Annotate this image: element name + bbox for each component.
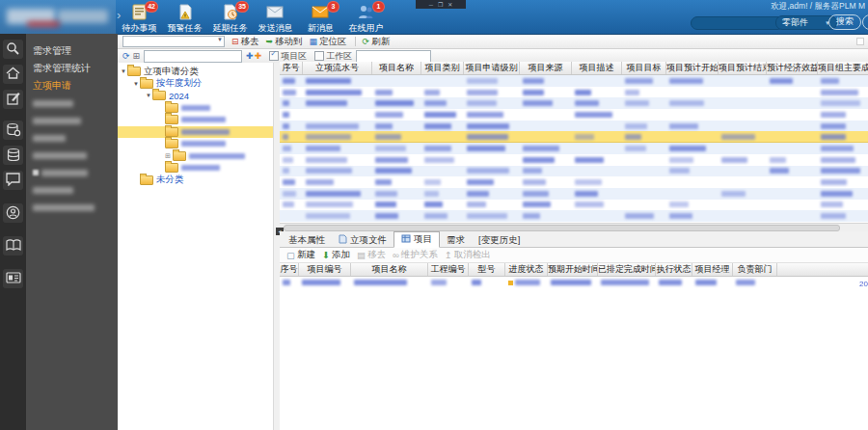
table-row[interactable] (280, 176, 868, 188)
horizontal-scrollbar[interactable] (280, 223, 868, 231)
send-message-button[interactable]: 发送消息 (253, 3, 298, 35)
detail-column-header-11[interactable]: 负责部门 (733, 263, 777, 276)
rail-book-button[interactable] (3, 236, 23, 255)
tree-search-input[interactable] (144, 50, 242, 63)
refresh-button[interactable]: ⟳ 刷新 (363, 36, 391, 48)
column-header-8[interactable]: 项目目标 (622, 62, 666, 74)
column-header-12[interactable]: 项目组主要成员 (818, 62, 868, 74)
sidebar-item-redacted[interactable] (26, 94, 118, 112)
tree-node[interactable] (118, 126, 273, 139)
scrollbar-thumb[interactable] (284, 225, 840, 231)
detail-column-header-2[interactable]: 项目编号 (299, 263, 351, 276)
tab-立项文件[interactable]: 立项文件 (332, 233, 393, 247)
new-message-button[interactable]: 新消息3 (298, 3, 343, 35)
detail-column-header-10[interactable]: 项目经理 (692, 263, 733, 276)
overdue-tasks-button[interactable]: 延期任务35 (207, 3, 253, 35)
sidebar-item-redacted[interactable] (26, 164, 118, 181)
sidebar-item-redacted[interactable] (26, 181, 118, 199)
添加-button[interactable]: ⬇添加 (322, 249, 350, 261)
remove-button[interactable]: ⊟ 移去 (231, 36, 259, 48)
tree-node-立项申请分类[interactable]: ▼立项申请分类 (118, 66, 273, 78)
tree-node[interactable] (118, 138, 273, 150)
warning-tasks-button[interactable]: 预警任务 (162, 3, 207, 35)
search-input[interactable] (691, 16, 784, 30)
sidebar-item-redacted[interactable] (26, 129, 118, 147)
detail-column-header-7[interactable]: 预期开始时间 (548, 263, 598, 276)
minimize-icon[interactable]: ─ (429, 2, 433, 8)
detail-table-row[interactable]: 20 (280, 277, 868, 288)
online-users-button[interactable]: 在线用户1 (343, 3, 389, 35)
rail-chat-button[interactable] (3, 171, 23, 190)
sidebar-item-redacted[interactable] (26, 199, 118, 216)
close-icon[interactable]: ✕ (448, 1, 452, 8)
todo-tasks-button[interactable]: 待办事项42 (117, 3, 162, 35)
sidebar-item-2[interactable]: 需求管理统计 (26, 60, 118, 77)
advanced-search-button-cut[interactable] (862, 14, 868, 30)
tree-node[interactable]: ⊞ (118, 150, 273, 163)
detail-column-header-4[interactable]: 工程编号 (428, 263, 469, 276)
rail-database-button[interactable] (3, 146, 23, 165)
column-header-5[interactable]: 项目申请级别 (464, 62, 520, 74)
table-row[interactable] (280, 87, 868, 98)
rail-user-circle-button[interactable] (3, 203, 23, 223)
detail-column-header-1[interactable]: 序号 (280, 263, 299, 276)
table-row[interactable] (280, 97, 868, 109)
table-row[interactable] (280, 166, 868, 177)
tab-基本属性[interactable]: 基本属性 (282, 233, 332, 247)
expand-plus-button[interactable]: ✚ (246, 51, 254, 61)
column-header-3[interactable]: 项目名称 (372, 62, 421, 74)
rail-edit-button[interactable] (3, 90, 23, 109)
tree-node-按年度划分[interactable]: ▼按年度划分 (118, 78, 273, 91)
rail-id-card-button[interactable] (3, 269, 23, 288)
detail-column-header-3[interactable]: 项目名称 (351, 263, 428, 276)
rail-home-button[interactable] (3, 65, 23, 84)
tree-node[interactable] (118, 114, 273, 126)
column-header-2[interactable]: 立项流水号 (303, 62, 372, 74)
tree-node-2024[interactable]: ▼2024 (118, 90, 273, 102)
detail-column-header-6[interactable]: 进度状态 (505, 263, 548, 276)
toolbar-mini-button[interactable] (856, 38, 864, 45)
table-row[interactable] (280, 121, 868, 132)
tab-变更历史[interactable]: [变更历史] (472, 233, 527, 247)
table-row[interactable] (280, 143, 868, 154)
workspace-checkbox[interactable] (314, 51, 324, 61)
table-row[interactable] (280, 210, 868, 222)
rail-plm-logo-button[interactable] (3, 40, 23, 59)
table-row[interactable] (280, 109, 868, 121)
tree-node[interactable] (118, 102, 273, 115)
column-header-6[interactable]: 项目来源 (520, 62, 572, 74)
column-header-7[interactable]: 项目描述 (572, 62, 622, 74)
rail-database-gear-button[interactable] (3, 121, 23, 140)
tree-refresh-button[interactable]: ⟳ (122, 51, 130, 61)
tree-toggle-icon[interactable]: ⊞ (165, 152, 171, 160)
sidebar-item-redacted[interactable] (26, 112, 118, 129)
collapse-all-button[interactable]: ⊞ (133, 51, 141, 61)
table-row[interactable] (280, 188, 868, 200)
add-plus-button[interactable]: ✚ (255, 51, 262, 61)
sidebar-item-3[interactable]: 立项申请 (26, 77, 118, 94)
tree-node-未分类[interactable]: 未分类 (118, 175, 273, 187)
detail-column-header-5[interactable]: 型号 (469, 263, 505, 276)
新建-button[interactable]: ▢新建 (286, 249, 315, 261)
sidebar-item-1[interactable]: 需求管理 (26, 42, 118, 60)
tab-需求[interactable]: 需求 (440, 233, 472, 247)
search-button[interactable]: 搜索 (828, 14, 861, 30)
table-row[interactable] (280, 154, 868, 166)
restore-icon[interactable]: ❐ (438, 1, 443, 8)
table-row[interactable] (280, 200, 868, 211)
tree-expand-arrow-icon[interactable]: ▼ (132, 81, 140, 87)
move-to-button[interactable]: ➥ 移动到 (266, 36, 303, 48)
column-header-11[interactable]: 预计经济效益 (767, 62, 818, 74)
locate-button[interactable]: ▦ 定位区 (310, 36, 347, 48)
column-header-1[interactable]: 序号 (280, 62, 303, 74)
quick-filter-input[interactable] (356, 50, 431, 63)
column-header-10[interactable]: 项目预计结束... (719, 62, 767, 74)
detail-column-header-8[interactable]: 已排定完成时间 (598, 263, 656, 276)
detail-column-header-9[interactable]: 执行状态 (656, 263, 692, 276)
column-header-4[interactable]: 项目类别 (421, 62, 464, 74)
tree-expand-arrow-icon[interactable]: ▼ (120, 68, 127, 74)
table-row[interactable] (280, 75, 868, 87)
tree-expand-arrow-icon[interactable]: ▼ (145, 93, 152, 98)
table-row[interactable] (280, 131, 868, 143)
tree-filter-combo[interactable]: ▼ (122, 36, 225, 47)
